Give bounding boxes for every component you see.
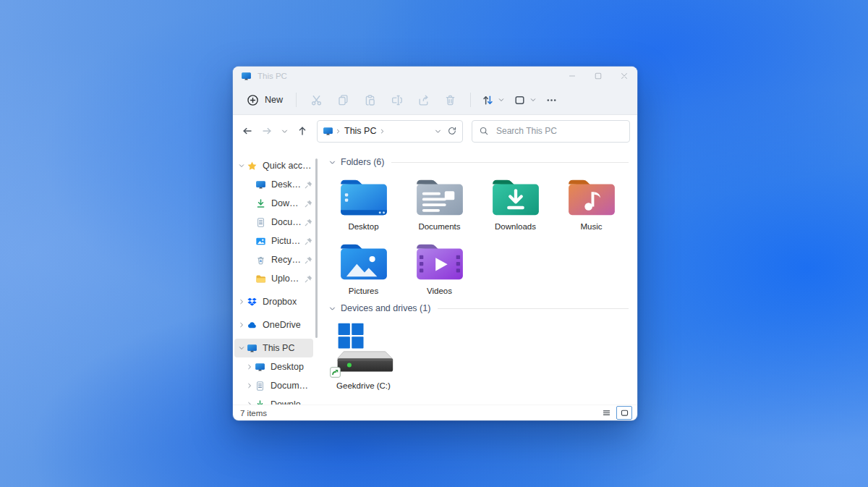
section-header-folders-6: Folders (6) [326,154,629,170]
chevron-right-icon [379,128,386,135]
forward-button[interactable] [257,122,276,141]
sort-button[interactable] [477,89,509,111]
up-button[interactable] [292,122,312,141]
chevron-down-icon [498,96,505,103]
see-more-button[interactable] [541,89,562,111]
sidebar-item-desktop[interactable]: Desktop [234,175,313,194]
monitor-icon [255,179,266,190]
search-box[interactable] [472,120,630,143]
titlebar[interactable]: This PC [233,67,637,85]
download-icon [255,399,265,405]
status-bar: 7 items [233,405,637,420]
expander-chevron-down-icon[interactable] [236,344,247,352]
sidebar-item-dropbox[interactable]: Dropbox [234,292,313,311]
tile-desktop[interactable]: Desktop [326,170,401,234]
sidebar-item-documents[interactable]: Documents [234,376,313,395]
sidebar-item-label: OneDrive [263,320,301,330]
delete-icon [444,94,456,106]
expander-chevron-right-icon[interactable] [236,298,247,305]
tile-music[interactable]: Music [553,170,629,234]
search-icon [479,126,489,136]
sidebar-item-recycle-bin[interactable]: Recycle Bin [234,250,313,269]
expander-chevron-right-icon[interactable] [244,363,255,370]
sidebar-item-uploads[interactable]: Uploads [234,269,313,288]
folder-downloads-icon [489,176,542,218]
address-dropdown-chevron-icon[interactable] [434,127,442,135]
chevron-right-icon [335,128,341,135]
minimize-icon [567,71,577,81]
tile-pictures[interactable]: Pictures [326,234,401,299]
recent-locations-button[interactable] [276,122,292,141]
view-button[interactable] [509,89,541,111]
chevron-right-icon [246,363,253,370]
refresh-icon [447,126,457,136]
section-collapse-icon[interactable] [328,305,336,313]
sidebar-item-downloads[interactable]: Downloads [234,395,313,405]
thumbnail-view-button[interactable] [616,406,632,420]
paste-button[interactable] [357,89,383,111]
sidebar-item-onedrive[interactable]: OneDrive [234,316,313,334]
search-input[interactable] [495,125,623,137]
sidebar-item-label: Desktop [271,179,302,190]
chevron-right-icon [238,321,245,329]
content-area: Folders (6) Desktop Documents Downloads [318,147,637,405]
sidebar-scrollbar[interactable] [315,158,318,338]
sidebar-item-quick-access[interactable]: Quick access [234,156,313,175]
expander-chevron-down-icon[interactable] [236,162,247,169]
section-collapse-icon[interactable] [328,158,336,166]
window-title: This PC [258,72,287,80]
folder-desktop-icon [337,176,391,218]
refresh-icon[interactable] [447,126,457,136]
document-icon [255,381,265,391]
sidebar-item-this-pc[interactable]: This PC [234,339,313,357]
folder-icon [255,274,266,284]
copy-button[interactable] [330,89,357,111]
sidebar-item-documents[interactable]: Documents [234,213,313,232]
chevron-right-icon [238,298,245,305]
sidebar-item-label: Pictures [271,236,302,246]
pin-icon [302,255,313,265]
this-pc-icon [241,71,252,82]
close-button[interactable] [611,67,637,85]
navigation-bar: This PC [233,115,637,147]
sidebar-item-pictures[interactable]: Pictures [234,232,313,250]
arrow-right-icon [261,125,273,137]
breadcrumb-this-pc[interactable]: This PC [343,126,378,136]
chevron-down-icon [328,305,336,313]
share-button[interactable] [410,89,437,111]
minimize-button[interactable] [559,67,585,85]
sidebar-item-label: Quick access [263,161,313,171]
sidebar-item-desktop[interactable]: Desktop [234,357,313,376]
expander-chevron-right-icon[interactable] [236,321,247,329]
view-icon [514,94,526,106]
maximize-icon [593,71,603,81]
rename-button[interactable] [383,89,410,111]
expander-chevron-right-icon[interactable] [244,401,255,405]
delete-button[interactable] [437,89,464,111]
section-header-devices-and-drives-1: Devices and drives (1) [326,300,629,316]
chevron-right-icon [379,128,386,135]
cut-button[interactable] [303,89,330,111]
sidebar-item-label: Downloads [271,399,313,405]
share-icon [417,94,430,106]
this-pc-icon [323,126,333,137]
tile-videos[interactable]: Videos [401,234,477,299]
sidebar-item-label: Uploads [271,274,302,284]
address-bar[interactable]: This PC [317,120,463,143]
back-button[interactable] [237,122,257,141]
tile-geekdrive-c[interactable]: Geekdrive (C:) [326,316,401,394]
monitor-icon [255,362,265,373]
details-view-button[interactable] [598,406,614,420]
folder-music-icon [565,176,618,218]
expander-chevron-right-icon[interactable] [244,382,255,389]
this-pc-icon [241,71,252,82]
pin-icon [304,237,313,246]
tile-downloads[interactable]: Downloads [477,170,553,234]
tile-documents[interactable]: Documents [401,170,477,234]
window-controls [559,67,637,85]
list-lines-icon [602,408,611,418]
sidebar-item-label: Dropbox [263,297,297,307]
maximize-button[interactable] [585,67,611,85]
sidebar-item-downloads[interactable]: Downloads [234,194,313,213]
new-button[interactable]: New [240,90,289,110]
